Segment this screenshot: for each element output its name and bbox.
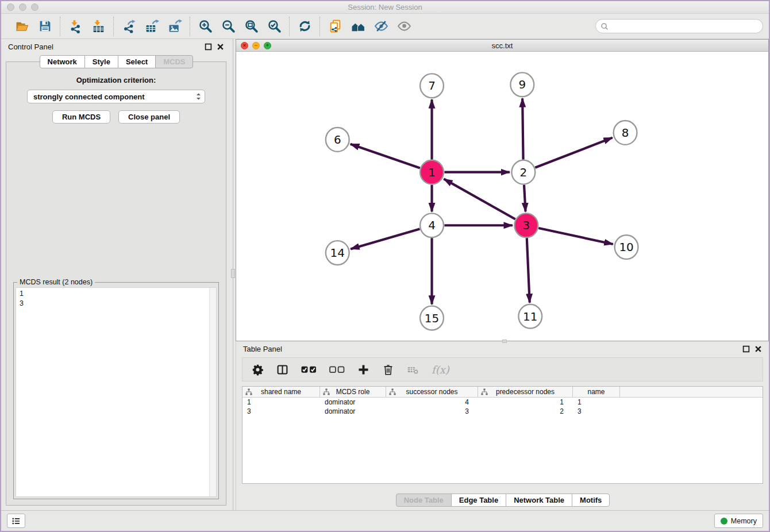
table-cell[interactable]: 1 [242,398,320,407]
right-column: × − + scc.txt 7968124314101511 Table Pan… [236,39,769,510]
close-panel-button[interactable]: Close panel [118,110,180,124]
show-all-button[interactable] [394,17,414,36]
table-cell[interactable]: 2 [478,407,573,416]
edge-2-8[interactable] [535,138,613,168]
gear-button[interactable] [252,361,264,378]
node-14[interactable]: 14 [326,241,349,265]
close-table-panel-icon[interactable] [754,345,762,353]
import-table-button[interactable] [88,17,108,36]
node-7[interactable]: 7 [420,74,444,98]
zoom-selected-button[interactable] [264,17,284,36]
open-file-button[interactable] [12,17,32,36]
float-table-panel-icon[interactable] [742,345,750,353]
tab-select[interactable]: Select [118,55,156,68]
node-2[interactable]: 2 [511,160,535,184]
hide-selected-icon [374,19,388,33]
table-cell[interactable]: 3 [242,407,320,416]
split-view-button[interactable] [276,361,288,378]
node-11[interactable]: 11 [518,304,542,329]
node-9[interactable]: 9 [510,72,534,97]
node-1[interactable]: 1 [420,160,444,184]
zoom-fit-button[interactable] [241,17,261,36]
edge-4-14[interactable] [351,229,419,249]
edge-2-3[interactable] [524,185,526,212]
column-header-shared-name[interactable]: shared name [242,387,320,397]
table-row[interactable]: 1dominator411 [242,398,763,407]
zoom-out-button[interactable] [218,17,238,36]
network-close-button[interactable]: × [241,42,248,49]
node-15[interactable]: 15 [420,306,444,330]
export-network-button[interactable] [119,17,138,36]
splitter-grip[interactable] [231,269,235,278]
tab-style[interactable]: Style [84,55,118,68]
table-row[interactable]: 3dominator323 [242,407,763,416]
node-6[interactable]: 6 [326,128,349,152]
tab-network[interactable]: Network [40,55,85,68]
tab-edge-table[interactable]: Edge Table [451,494,506,507]
refresh-button[interactable] [295,17,314,36]
application-window: Session: New Session Control Panel Netwo… [0,0,770,532]
import-network-button[interactable] [66,17,85,36]
search-input[interactable] [611,22,758,30]
minimize-window-button[interactable] [19,3,26,11]
column-header-name[interactable]: name [573,387,620,397]
column-label: predecessor nodes [496,388,555,396]
first-neighbors-button[interactable] [348,17,368,36]
tab-network-table[interactable]: Network Table [506,494,572,507]
export-table-button[interactable] [142,17,161,36]
svg-text:14: 14 [330,246,345,260]
close-panel-icon[interactable] [217,43,224,51]
node-8[interactable]: 8 [614,121,637,145]
deselect-all-button[interactable] [329,361,345,378]
window-title: Session: New Session [348,3,422,11]
network-canvas[interactable]: 7968124314101511 [236,52,768,341]
tab-motifs[interactable]: Motifs [572,494,610,507]
edge-3-11[interactable] [527,238,530,303]
search-field[interactable] [595,19,763,33]
table-cell[interactable]: 1 [573,398,620,407]
edge-1-6[interactable] [351,144,420,168]
result-scrollbar[interactable] [209,288,216,496]
network-minimize-button[interactable]: − [252,42,260,49]
tab-mcds[interactable]: MCDS [155,55,193,68]
network-maximize-button[interactable]: + [264,42,271,49]
column-header-MCDS-role[interactable]: MCDS role [320,387,386,397]
float-panel-icon[interactable] [205,43,212,51]
save-session-button[interactable] [35,17,55,36]
node-4[interactable]: 4 [420,213,444,237]
table-cell[interactable]: 3 [573,407,620,416]
tab-node-table[interactable]: Node Table [396,494,452,507]
new-network-from-selection-button[interactable] [325,17,345,36]
delete-column-button[interactable] [382,361,394,378]
add-column-button[interactable] [357,361,369,378]
hide-selected-button[interactable] [371,17,391,36]
node-3[interactable]: 3 [514,213,538,237]
table-cell[interactable]: 1 [478,398,573,407]
table-cell[interactable]: 4 [386,398,478,407]
table-cell[interactable]: dominator [320,398,386,407]
network-graph[interactable]: 7968124314101511 [236,52,768,341]
close-window-button[interactable] [7,3,14,11]
svg-text:6: 6 [334,133,341,147]
node-10[interactable]: 10 [615,235,638,259]
export-image-button[interactable] [165,17,184,36]
edge-3-1[interactable] [444,179,515,219]
edge-3-10[interactable] [538,228,613,244]
edge-2-9[interactable] [522,98,523,160]
mcds-result-area[interactable]: 13 [16,287,217,497]
export-image-icon [168,19,182,33]
select-all-button[interactable] [301,361,317,378]
column-header-predecessor-nodes[interactable]: predecessor nodes [478,387,573,397]
run-mcds-button[interactable]: Run MCDS [52,110,110,124]
vertical-splitter[interactable] [231,39,236,510]
table-cell[interactable]: 3 [386,407,478,416]
memory-button[interactable]: Memory [714,514,763,528]
zoom-in-button[interactable] [195,17,215,36]
zoom-window-button[interactable] [31,3,38,11]
column-header-successor-nodes[interactable]: successor nodes [386,387,478,397]
network-window-title-bar: × − + scc.txt [236,40,768,52]
task-history-button[interactable] [7,514,25,528]
table-cell[interactable]: dominator [320,407,386,416]
optimization-criterion-select[interactable]: strongly connected component [27,90,205,103]
horizontal-splitter-grip[interactable] [502,340,507,343]
